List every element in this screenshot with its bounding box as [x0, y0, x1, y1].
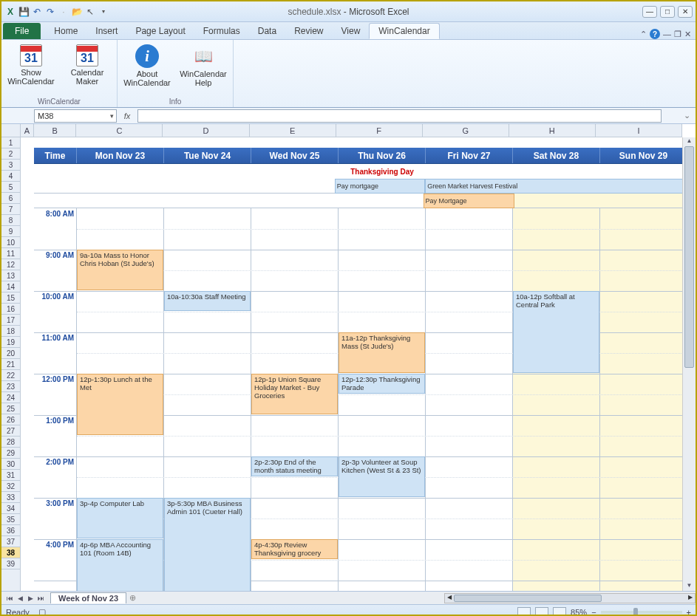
undo-icon[interactable]: ↶	[31, 6, 43, 18]
allday-event[interactable]: Pay Mortgage	[424, 194, 514, 208]
row-header[interactable]: 36	[1, 525, 20, 536]
tab-data[interactable]: Data	[249, 23, 285, 39]
col-header[interactable]: C	[76, 124, 163, 137]
row-header[interactable]: 19	[1, 337, 20, 348]
calendar-event[interactable]: 10a-10:30a Staff Meeting	[164, 291, 251, 311]
scroll-up-icon[interactable]: ▲	[683, 137, 696, 146]
allday-event[interactable]: Pay mortgage	[335, 179, 425, 194]
qat-dropdown-icon[interactable]: ▾	[98, 6, 109, 18]
row-header[interactable]: 22	[1, 370, 20, 381]
row-header[interactable]: 21	[1, 359, 20, 370]
col-header[interactable]: H	[509, 124, 596, 137]
col-header[interactable]: I	[596, 124, 682, 137]
row-header[interactable]: 26	[1, 414, 20, 425]
row-header[interactable]: 14	[1, 281, 20, 292]
scroll-left-icon[interactable]: ◀	[445, 594, 454, 603]
tab-page-layout[interactable]: Page Layout	[126, 23, 194, 39]
col-header[interactable]: G	[423, 124, 509, 137]
redo-icon[interactable]: ↷	[44, 6, 56, 18]
row-header[interactable]: 11	[1, 248, 20, 259]
minimize-button[interactable]: —	[642, 6, 657, 18]
zoom-in-icon[interactable]: +	[687, 608, 691, 617]
row-header[interactable]: 3	[1, 160, 20, 171]
minimize-ribbon-icon[interactable]: ⌃	[640, 30, 647, 39]
name-box[interactable]: M38	[34, 109, 117, 123]
row-header[interactable]: 20	[1, 348, 20, 359]
row-header[interactable]: 34	[1, 503, 20, 514]
row-header[interactable]: 1	[1, 137, 20, 148]
scroll-down-icon[interactable]: ▼	[683, 582, 696, 591]
grid-body[interactable]: Time Mon Nov 23 Tue Nov 24 Wed Nov 25 Th…	[21, 137, 682, 591]
calendar-event[interactable]: 12p-1:30p Lunch at the Met	[77, 374, 163, 435]
show-wincalendar-button[interactable]: 31 Show WinCalendar	[7, 44, 55, 86]
row-header[interactable]: 30	[1, 459, 20, 470]
normal-view-button[interactable]	[517, 607, 531, 617]
formula-input[interactable]	[137, 109, 662, 123]
scroll-right-icon[interactable]: ▶	[686, 594, 695, 603]
row-header[interactable]: 27	[1, 425, 20, 437]
close-button[interactable]: ✕	[678, 6, 693, 18]
doc-min-icon[interactable]: —	[663, 30, 671, 38]
row-header[interactable]: 32	[1, 481, 20, 492]
row-header[interactable]: 24	[1, 392, 20, 403]
fx-icon[interactable]: fx	[117, 112, 137, 120]
tab-wincalendar[interactable]: WinCalendar	[369, 23, 439, 39]
tab-review[interactable]: Review	[285, 23, 332, 39]
calendar-maker-button[interactable]: 31 Calendar Maker	[64, 44, 111, 86]
col-header[interactable]: E	[250, 124, 336, 137]
row-header[interactable]: 31	[1, 470, 20, 481]
tab-insert[interactable]: Insert	[86, 23, 126, 39]
calendar-event[interactable]: 2p-2:30p End of the month status meeting	[251, 456, 338, 476]
row-header[interactable]: 25	[1, 403, 20, 414]
row-header[interactable]: 23	[1, 381, 20, 392]
hscroll-thumb[interactable]	[454, 595, 602, 602]
row-header[interactable]: 8	[1, 215, 20, 226]
row-header[interactable]: 28	[1, 437, 20, 448]
calendar-event[interactable]: 11a-12p Thanksgiving Mass (St Jude's)	[339, 332, 425, 373]
about-button[interactable]: i About WinCalendar	[123, 44, 171, 87]
row-header[interactable]: 39	[1, 558, 20, 569]
row-header[interactable]: 15	[1, 292, 20, 304]
row-header[interactable]: 9	[1, 226, 20, 237]
col-header[interactable]: B	[34, 124, 77, 137]
save-icon[interactable]: 💾	[18, 6, 30, 18]
sheet-nav-first[interactable]: ⏮	[4, 595, 15, 602]
row-header[interactable]: 6	[1, 193, 20, 204]
allday-event[interactable]: Green Market Harvest Festival	[425, 179, 682, 194]
tab-formulas[interactable]: Formulas	[194, 23, 249, 39]
sheet-nav-last[interactable]: ⏭	[35, 595, 46, 602]
row-header[interactable]: 13	[1, 270, 20, 281]
row-header[interactable]: 10	[1, 237, 20, 248]
tab-home[interactable]: Home	[45, 23, 86, 39]
col-header[interactable]: D	[163, 124, 249, 137]
open-icon[interactable]: 📂	[71, 6, 83, 18]
page-layout-view-button[interactable]	[535, 607, 548, 617]
macro-record-icon[interactable]: ▢	[38, 607, 46, 616]
doc-close-icon[interactable]: ✕	[684, 30, 691, 39]
row-header[interactable]: 12	[1, 259, 20, 270]
vertical-scrollbar[interactable]: ▲ ▼	[682, 137, 696, 591]
sheet-nav-next[interactable]: ▶	[25, 595, 35, 602]
calendar-event[interactable]: 12p-12:30p Thanksgiving Parade	[339, 374, 425, 394]
calendar-event[interactable]: 3p-5:30p MBA Business Admin 101 (Cueter …	[164, 498, 251, 591]
calendar-event[interactable]: 12p-1p Union Square Holiday Market - Buy…	[251, 374, 338, 414]
row-header[interactable]: 5	[1, 182, 20, 193]
horizontal-scrollbar[interactable]: ◀ ▶	[444, 593, 696, 603]
row-header[interactable]: 37	[1, 536, 20, 547]
calendar-event[interactable]: 2p-3p Volunteer at Soup Kitchen (West St…	[339, 456, 425, 497]
zoom-out-icon[interactable]: −	[591, 608, 596, 617]
tab-view[interactable]: View	[333, 23, 370, 39]
doc-restore-icon[interactable]: ❐	[674, 30, 681, 39]
row-header[interactable]: 18	[1, 326, 20, 337]
row-header[interactable]: 29	[1, 448, 20, 459]
sheet-tab[interactable]: Week of Nov 23	[50, 592, 126, 603]
row-header[interactable]: 33	[1, 492, 20, 503]
calendar-event[interactable]: 4p-4:30p Review Thanksgiving grocery	[251, 539, 338, 559]
sheet-nav-prev[interactable]: ◀	[15, 595, 25, 602]
file-tab[interactable]: File	[3, 23, 41, 39]
col-header[interactable]: A	[21, 124, 34, 137]
help-button[interactable]: 📖 WinCalendar Help	[180, 44, 227, 87]
page-break-view-button[interactable]	[553, 607, 566, 617]
scroll-thumb[interactable]	[684, 146, 694, 368]
maximize-button[interactable]: □	[660, 6, 675, 18]
